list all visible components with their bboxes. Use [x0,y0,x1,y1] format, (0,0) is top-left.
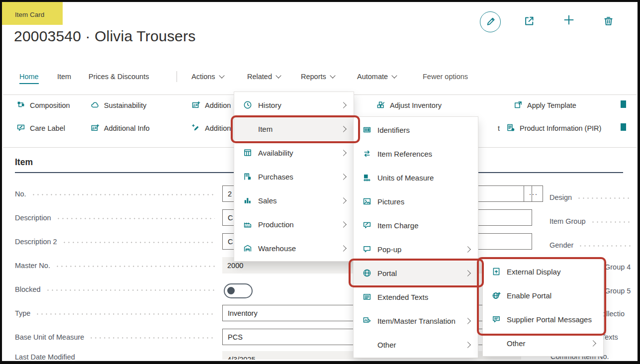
field-label-fragment: Texts [601,333,618,341]
chevron-right-icon [340,221,347,228]
menu-item-production[interactable]: Production [234,212,354,236]
tab-item[interactable]: Item [57,73,71,81]
tab-home[interactable]: Home [19,73,39,84]
field-label: Gender [549,241,573,249]
truncated-icon [621,123,626,131]
care-label-button[interactable]: Care Label [16,122,65,135]
additional-card-icon [191,100,200,111]
field-label: Item Group [549,217,586,225]
delete-button[interactable] [602,15,615,28]
translation-icon [362,316,372,325]
units-of-measure-icon [362,173,372,182]
assist-edit-button[interactable]: ··· [524,185,543,202]
menu-item-extended-texts[interactable]: Extended Texts [354,285,478,309]
field-row-type: Type [15,305,220,322]
additional-edit-button-truncated[interactable]: Addition [191,122,231,135]
field-row-description2: Description 2 [15,233,220,250]
dotted-leader [578,245,632,247]
menu-item-item-charge[interactable]: Item Charge [354,213,478,237]
menu-item-sales[interactable]: Sales [234,188,354,212]
page-title: 20003540 · Olivia Trousers [14,28,195,45]
section-title: Item [15,157,33,168]
menu-item-units-of-measure[interactable]: Units of Measure [354,166,478,189]
dotted-leader [577,197,632,199]
additional-info-button[interactable]: Additional Info [91,122,150,135]
menu-item-other[interactable]: Other [483,331,603,355]
external-display-icon [491,267,502,276]
share-button[interactable] [522,15,535,28]
menu-item-item-master-translation[interactable]: Item/Master Translation [354,309,478,333]
menu-item-popup[interactable]: Pop-up [354,237,478,261]
apply-template-button[interactable]: Apply Template [514,99,576,112]
composition-button[interactable]: Composition [16,99,70,112]
menu-automate[interactable]: Automate [357,73,396,81]
production-factory-icon [242,220,253,229]
field-label: Master No. [15,262,50,270]
care-label-icon [16,123,25,134]
fewer-options-button[interactable]: Fewer options [423,73,468,81]
field-row-base-uom: Base Unit of Measure [15,329,220,346]
item-charge-icon [362,221,372,230]
dotted-leader [31,194,215,195]
chevron-right-icon [464,342,471,348]
chevron-right-icon [464,270,471,276]
chevron-down-icon [330,73,335,78]
menu-item-item-references[interactable]: Item References [354,142,478,166]
related-dropdown-menu: History Item Availability Purchases Sale… [234,91,354,262]
sustainability-button[interactable]: Sustainability [91,99,146,112]
product-information-button[interactable]: Product Information (PIR) [506,122,601,135]
chevron-right-icon [340,126,347,132]
chevron-right-icon [340,150,347,156]
new-button[interactable] [562,14,575,27]
field-row-design: Design [549,189,637,206]
extended-texts-icon [362,292,372,301]
portal-submenu: External Display Enable Portal Supplier … [482,258,604,357]
dotted-leader [89,337,215,339]
menu-item-other[interactable]: Other [354,333,478,357]
sales-chart-icon [242,196,253,205]
menu-item-warehouse[interactable]: Warehouse [234,236,354,260]
chevron-right-icon [590,340,596,347]
dotted-leader [56,218,215,219]
plus-icon [563,14,575,28]
field-label: No. [15,190,26,198]
tab-prices-discounts[interactable]: Prices & Discounts [89,73,149,81]
blocked-toggle[interactable] [224,283,253,298]
field-row-item-group: Item Group [549,213,637,230]
history-clock-icon [242,100,253,109]
field-label-fragment: Group 4 [605,263,631,271]
menu-actions[interactable]: Actions [191,73,224,81]
field-label: Last Date Modified [15,353,75,360]
chevron-right-icon [340,174,347,180]
menu-related[interactable]: Related [247,73,280,81]
menu-item-history[interactable]: History [234,93,354,117]
menu-item-portal[interactable]: Portal [354,261,478,285]
chevron-down-icon [391,73,397,78]
menu-item-supplier-portal-messages[interactable]: Supplier Portal Messages [483,307,603,331]
field-row-last-date-modified: Last Date Modified [15,353,164,360]
menu-reports[interactable]: Reports [301,73,335,81]
menubar-divider [177,71,177,82]
menu-item-purchases[interactable]: Purchases [234,165,354,188]
additional-info-card-icon [91,123,99,134]
share-icon [523,14,535,28]
menu-item-pictures[interactable]: Pictures [354,189,478,213]
item-submenu: Identifiers Item References Units of Mea… [353,116,478,358]
adjust-inventory-button[interactable]: Adjust Inventory [376,99,442,112]
item-card-page: Item Card 20003540 · Olivia Trousers Hom… [0,0,640,364]
edit-button[interactable] [480,11,501,32]
chevron-down-icon [219,73,224,78]
menu-item-availability[interactable]: Availability [234,141,354,165]
apply-template-icon [514,100,523,111]
chevron-right-icon [464,246,471,253]
menu-item-enable-portal[interactable]: Enable Portal [483,283,603,307]
menu-item-identifiers[interactable]: Identifiers [354,118,478,142]
menu-item-external-display[interactable]: External Display [483,260,603,283]
field-label-fragment: ollectio [602,310,625,318]
barcode-icon [362,125,372,134]
menu-item-item[interactable]: Item [234,117,354,141]
additional-button-truncated[interactable]: Addition [191,99,231,112]
field-label: Description [15,214,51,222]
field-label-fragment: Group 5 [605,287,631,295]
page-caption: Item Card [15,11,44,18]
